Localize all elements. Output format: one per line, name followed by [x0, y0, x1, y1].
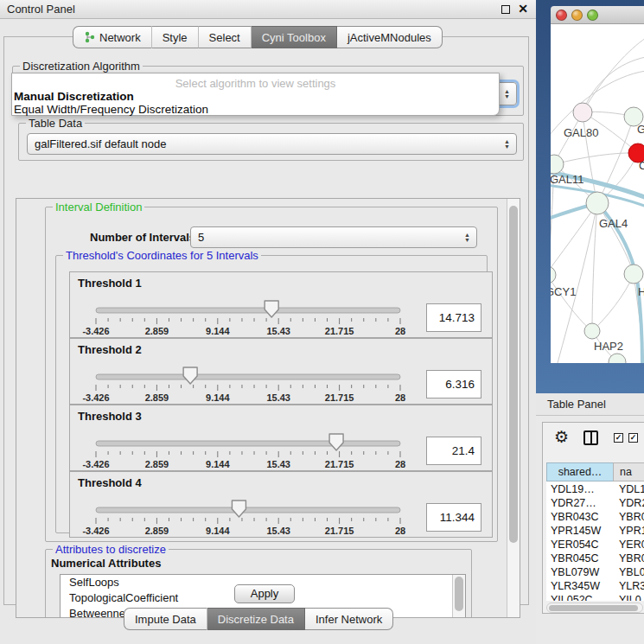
network-edge[interactable] — [583, 57, 644, 112]
panel-title: Control Panel — [7, 3, 75, 16]
threshold-value-field[interactable]: 14.713 — [426, 303, 481, 332]
algorithm-option[interactable]: Equal Width/Frequency Discretization — [12, 103, 499, 116]
svg-text:28: 28 — [395, 459, 405, 469]
svg-text:21.715: 21.715 — [325, 459, 354, 469]
table-row[interactable]: YBR043CYBR0 — [546, 511, 644, 525]
svg-text:15.43: 15.43 — [266, 392, 290, 403]
column-header-shared-name[interactable]: shared… — [546, 462, 614, 481]
apply-button[interactable]: Apply — [234, 584, 295, 603]
algorithm-option[interactable]: Manual Discretization — [12, 90, 499, 103]
svg-text:9.144: 9.144 — [206, 392, 230, 403]
table-panel-title: Table Panel — [547, 398, 606, 411]
table-row[interactable]: YDR27…YDR2 — [546, 497, 644, 511]
threshold-value-field[interactable]: 11.344 — [426, 503, 481, 532]
network-node-hap2[interactable] — [584, 323, 600, 339]
node-label: H — [638, 285, 644, 298]
desktop: Control Panel ✕ NetworkStyleSelectCyni T… — [0, 0, 644, 644]
slider-thumb[interactable] — [232, 501, 245, 517]
gear-icon[interactable]: ⚙ — [554, 427, 569, 447]
tab-jactivemnodules[interactable]: jActiveMNodules — [337, 26, 443, 48]
network-edge[interactable] — [592, 203, 597, 331]
discretization-algorithm-label: Discretization Algorithm — [20, 60, 143, 73]
tab-select[interactable]: Select — [199, 26, 252, 48]
network-node[interactable] — [609, 354, 626, 363]
network-graph: GAL80GACGAL11GAL4GCY1HHAP2 — [551, 24, 644, 363]
settings-scrollbar[interactable] — [507, 199, 520, 617]
table-data-combobox[interactable]: galFiltered.sif default node ▲▼ — [27, 133, 517, 155]
threshold-slider[interactable]: -3.4262.8599.14415.4321.71528 — [91, 298, 412, 338]
network-edge[interactable] — [592, 274, 634, 331]
thresholds-group-label: Threshold's Coordinates for 5 Intervals — [63, 249, 261, 262]
control-panel-titlebar: Control Panel ✕ — [0, 0, 536, 19]
svg-text:9.144: 9.144 — [206, 526, 230, 536]
threshold-value-field[interactable]: 6.316 — [426, 370, 481, 399]
node-label: C — [639, 159, 644, 172]
bottom-tab-bar: Impute DataDiscretize DataInfer Network — [124, 608, 393, 630]
network-node-h[interactable] — [624, 265, 643, 284]
bottom-tab-infer-network[interactable]: Infer Network — [305, 608, 393, 630]
mac-zoom-button[interactable] — [587, 10, 598, 21]
table-row[interactable]: YIL052CYIL0 — [546, 594, 644, 601]
combo-arrows-icon: ▲▼ — [504, 89, 510, 99]
network-edge[interactable] — [554, 153, 638, 164]
float-window-icon[interactable] — [501, 5, 510, 14]
network-canvas[interactable]: GAL80GACGAL11GAL4GCY1HHAP2 — [551, 24, 644, 363]
network-edge[interactable] — [583, 38, 644, 112]
svg-text:-3.426: -3.426 — [82, 459, 109, 469]
mac-minimize-button[interactable] — [571, 10, 583, 21]
bottom-tab-discretize-data[interactable]: Discretize Data — [207, 608, 305, 630]
close-icon[interactable]: ✕ — [518, 2, 528, 16]
mac-close-button[interactable] — [556, 10, 567, 21]
svg-text:2.859: 2.859 — [145, 459, 169, 469]
threshold-panel: Threshold 4-3.4262.8599.14415.4321.71528… — [69, 471, 493, 538]
algorithm-dropdown-popup: Select algorithm to view settingsManual … — [11, 73, 500, 116]
network-node-gcy1[interactable] — [551, 266, 556, 284]
threshold-slider[interactable]: -3.4262.8599.14415.4321.71528 — [91, 431, 412, 471]
attributes-group-label: Attributes to discretize — [53, 543, 169, 556]
svg-text:28: 28 — [395, 392, 405, 403]
checkbox-icon[interactable]: ✓ — [614, 433, 623, 443]
threshold-value-field[interactable]: 21.4 — [426, 437, 481, 465]
table-row[interactable]: YLR345WYLR3 — [546, 580, 644, 594]
svg-text:-3.426: -3.426 — [82, 526, 109, 536]
svg-text:2.859: 2.859 — [145, 526, 169, 536]
threshold-label: Threshold 2 — [78, 343, 142, 356]
svg-text:9.144: 9.144 — [206, 326, 230, 336]
threshold-panel: Threshold 2-3.4262.8599.14415.4321.71528… — [69, 338, 493, 405]
node-label: GAL11 — [551, 173, 584, 186]
network-edge[interactable] — [597, 203, 634, 274]
bottom-tab-impute-data[interactable]: Impute Data — [124, 608, 207, 630]
node-label: GCY1 — [551, 285, 576, 298]
attributes-scrollbar[interactable] — [452, 575, 465, 618]
table-row[interactable]: YPR145WYPR1 — [546, 525, 644, 539]
number-of-intervals-value: 5 — [198, 231, 204, 244]
threshold-slider[interactable]: -3.4262.8599.14415.4321.71528 — [91, 365, 412, 405]
network-node-gal4[interactable] — [586, 192, 609, 214]
table-row[interactable]: YBR045CYBR0 — [546, 552, 644, 566]
svg-text:-3.426: -3.426 — [82, 326, 109, 336]
table-row[interactable]: YDL19…YDL1 — [546, 483, 644, 497]
table-row[interactable]: YBL079WYBL0 — [546, 566, 644, 580]
tab-style[interactable]: Style — [152, 26, 199, 48]
number-of-intervals-combobox[interactable]: 5 ▲▼ — [190, 226, 477, 248]
table-data-value: galFiltered.sif default node — [35, 137, 166, 150]
svg-text:21.715: 21.715 — [325, 326, 354, 336]
slider-thumb[interactable] — [329, 434, 343, 450]
slider-thumb[interactable] — [183, 367, 197, 384]
settings-scrollpane: Interval Definition Number of Intervals … — [16, 198, 520, 618]
combo-arrows-icon: ▲▼ — [464, 233, 470, 243]
column-header-name[interactable]: na — [613, 462, 644, 481]
tab-network[interactable]: Network — [73, 26, 152, 48]
slider-thumb[interactable] — [265, 301, 278, 317]
network-edge[interactable] — [551, 275, 592, 331]
threshold-slider[interactable]: -3.4262.8599.14415.4321.71528 — [91, 498, 412, 538]
table-horizontal-scrollbar[interactable] — [546, 603, 643, 613]
network-node-gal80[interactable] — [573, 103, 592, 122]
network-view-window: GAL80GACGAL11GAL4GCY1HHAP2 — [536, 0, 644, 393]
columns-icon[interactable] — [583, 430, 598, 445]
tab-cyni-toolbox[interactable]: Cyni Toolbox — [252, 26, 337, 48]
node-attribute-table[interactable]: shared…naYDL19…YDL1YDR27…YDR2YBR043CYBR0… — [546, 462, 644, 601]
table-row[interactable]: YER054CYER0 — [546, 539, 644, 552]
node-label: HAP2 — [594, 340, 623, 353]
checkbox-icon[interactable]: ✓ — [628, 433, 638, 443]
